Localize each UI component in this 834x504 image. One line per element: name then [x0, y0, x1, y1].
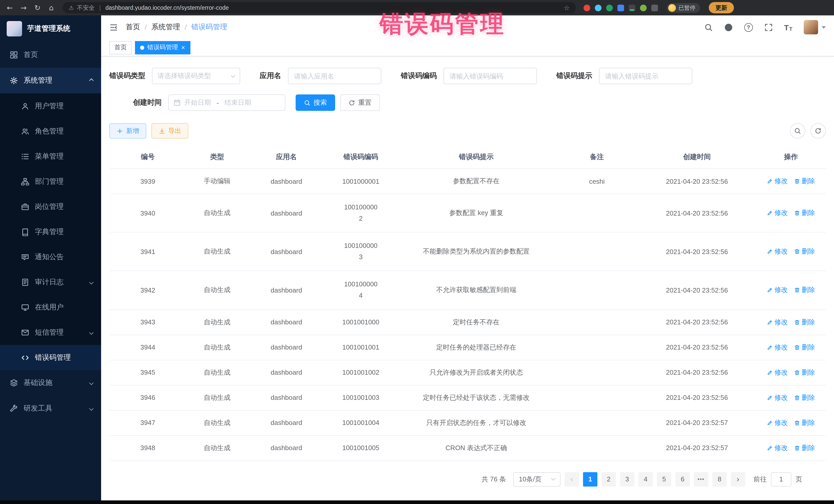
home-icon[interactable]: ⌂ — [47, 4, 56, 12]
tab-home[interactable]: 首页 — [109, 41, 132, 54]
app-name-input[interactable] — [288, 68, 381, 84]
edit-link[interactable]: 修改 — [767, 247, 788, 256]
sidebar-item-home[interactable]: 首页 — [0, 42, 101, 68]
more-pages-button[interactable]: ••• — [694, 472, 708, 486]
edit-link[interactable]: 修改 — [767, 286, 788, 295]
sidebar-item-audit-log[interactable]: 审计日志 — [0, 269, 101, 294]
cell-app: dashboard — [248, 309, 325, 335]
delete-link[interactable]: 删除 — [794, 418, 815, 427]
github-icon[interactable] — [724, 23, 733, 31]
bookmark-star-icon[interactable]: ☆ — [564, 4, 570, 12]
extension-icon[interactable] — [584, 4, 590, 11]
delete-link[interactable]: 删除 — [794, 368, 815, 377]
trash-icon — [794, 445, 800, 451]
paused-label: 已暂停 — [679, 4, 696, 12]
sidebar-item-users[interactable]: 用户管理 — [0, 93, 101, 118]
close-icon[interactable]: × — [181, 44, 185, 51]
extension-icon[interactable] — [617, 4, 624, 11]
page-button-6[interactable]: 6 — [675, 472, 690, 486]
prev-page-button[interactable]: ‹ — [565, 472, 579, 486]
sidebar-item-menus[interactable]: 菜单管理 — [0, 144, 101, 169]
edit-link[interactable]: 修改 — [767, 418, 788, 427]
delete-link[interactable]: 删除 — [794, 443, 815, 453]
sidebar-item-dictionary[interactable]: 字典管理 — [0, 219, 101, 244]
error-hint-input[interactable] — [599, 68, 692, 84]
sidebar-item-dev-tools[interactable]: 研发工具 — [0, 396, 101, 421]
cell-time: 2021-04-20 23:52:56 — [638, 335, 756, 360]
breadcrumb-home[interactable]: 首页 — [126, 23, 140, 32]
dashboard-icon — [10, 51, 18, 59]
error-type-select[interactable]: 请选择错误码类型 — [152, 68, 240, 84]
edit-link[interactable]: 修改 — [767, 343, 788, 352]
delete-link[interactable]: 删除 — [794, 177, 815, 186]
forward-icon[interactable]: → — [19, 4, 28, 12]
sidebar-item-posts[interactable]: 岗位管理 — [0, 194, 101, 219]
pencil-icon — [767, 445, 773, 451]
breadcrumb-system[interactable]: 系统管理 — [151, 23, 180, 32]
goto-page-input[interactable] — [771, 472, 791, 486]
active-dot — [140, 45, 144, 49]
sidebar-item-sms[interactable]: 短信管理 — [0, 320, 101, 345]
delete-link[interactable]: 删除 — [794, 343, 815, 352]
delete-link[interactable]: 删除 — [794, 393, 815, 402]
extension-icon[interactable] — [595, 4, 601, 11]
toggle-search-button[interactable] — [790, 123, 805, 138]
fullscreen-icon[interactable] — [764, 23, 773, 31]
delete-link[interactable]: 删除 — [794, 209, 815, 218]
delete-link[interactable]: 删除 — [794, 247, 815, 256]
edit-link[interactable]: 修改 — [767, 443, 788, 453]
delete-link[interactable]: 删除 — [794, 286, 815, 295]
browser-profile-badge[interactable]: 已暂停 — [667, 3, 700, 13]
cell-remark — [556, 194, 638, 232]
page-button-8[interactable]: 8 — [712, 472, 727, 486]
page-size-select[interactable]: 10条/页 — [513, 472, 561, 486]
edit-link[interactable]: 修改 — [767, 317, 788, 327]
refresh-table-button[interactable] — [810, 123, 826, 138]
sidebar-item-infrastructure[interactable]: 基础设施 — [0, 370, 101, 396]
page-button-4[interactable]: 4 — [638, 472, 653, 486]
main-area: 首页 / 系统管理 / 错误码管理 ? TT 首页 — [101, 15, 834, 500]
back-icon[interactable]: ← — [5, 4, 14, 12]
page-button-2[interactable]: 2 — [601, 472, 616, 486]
edit-link[interactable]: 修改 — [767, 177, 788, 186]
sidebar-item-online-users[interactable]: 在线用户 — [0, 294, 101, 320]
sidebar-item-error-code[interactable]: 错误码管理 — [0, 345, 101, 370]
help-icon[interactable]: ? — [744, 23, 753, 31]
sidebar-toggle-icon[interactable] — [109, 23, 118, 31]
chevron-down-icon — [89, 381, 94, 385]
date-range-picker[interactable]: 开始日期 - 结束日期 — [168, 94, 285, 111]
add-button[interactable]: 新增 — [109, 123, 146, 138]
sidebar-item-system-mgmt[interactable]: 系统管理 — [0, 68, 101, 93]
layers-icon — [10, 379, 18, 387]
user-avatar[interactable] — [804, 20, 826, 35]
trash-icon — [794, 178, 800, 184]
search-icon[interactable] — [704, 23, 712, 31]
tab-error-code[interactable]: 错误码管理 × — [135, 41, 190, 54]
error-code-input[interactable] — [443, 68, 537, 84]
browser-update-button[interactable]: 更新 — [709, 2, 734, 13]
cell-remark — [556, 335, 638, 360]
delete-link[interactable]: 删除 — [794, 317, 815, 327]
page-button-3[interactable]: 3 — [620, 472, 634, 486]
search-button[interactable]: 搜索 — [295, 94, 335, 111]
sidebar-item-departments[interactable]: 部门管理 — [0, 169, 101, 194]
edit-link[interactable]: 修改 — [767, 393, 788, 402]
search-icon — [304, 99, 310, 106]
extension-icon[interactable] — [606, 4, 613, 11]
reload-icon[interactable]: ↻ — [33, 4, 42, 12]
font-size-icon[interactable]: TT — [784, 23, 792, 31]
export-button[interactable]: 导出 — [151, 123, 188, 138]
extension-icon[interactable] — [640, 4, 647, 11]
calendar-icon — [174, 99, 181, 106]
page-button-1[interactable]: 1 — [583, 472, 597, 486]
next-page-button[interactable]: › — [731, 472, 745, 486]
extension-icon[interactable] — [629, 4, 635, 11]
page-button-5[interactable]: 5 — [657, 472, 671, 486]
logo[interactable]: 芋道管理系统 — [0, 15, 101, 42]
extensions-puzzle-icon[interactable] — [651, 4, 658, 11]
sidebar-item-roles[interactable]: 角色管理 — [0, 118, 101, 144]
sidebar-item-notices[interactable]: 通知公告 — [0, 244, 101, 269]
edit-link[interactable]: 修改 — [767, 209, 788, 218]
edit-link[interactable]: 修改 — [767, 368, 788, 377]
reset-button[interactable]: 重置 — [340, 94, 380, 111]
